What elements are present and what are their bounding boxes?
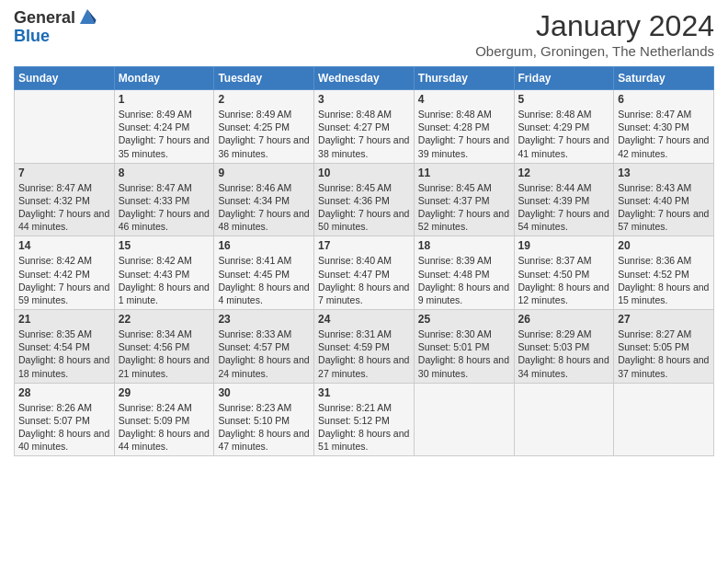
- day-number: 4: [418, 93, 510, 106]
- title-section: January 2024 Obergum, Groningen, The Net…: [475, 9, 714, 59]
- day-number: 14: [18, 239, 110, 252]
- calendar-cell-w4-d3: 31Sunrise: 8:21 AMSunset: 5:12 PMDayligh…: [314, 383, 415, 456]
- day-info: Sunrise: 8:48 AMSunset: 4:27 PMDaylight:…: [318, 108, 410, 160]
- header-sunday: Sunday: [15, 67, 115, 90]
- calendar-cell-w1-d2: 9Sunrise: 8:46 AMSunset: 4:34 PMDaylight…: [214, 163, 314, 236]
- calendar-cell-w2-d1: 15Sunrise: 8:42 AMSunset: 4:43 PMDayligh…: [114, 236, 214, 310]
- calendar-table: Sunday Monday Tuesday Wednesday Thursday…: [14, 66, 714, 456]
- calendar-cell-w2-d5: 19Sunrise: 8:37 AMSunset: 4:50 PMDayligh…: [514, 236, 614, 310]
- day-number: 5: [518, 93, 610, 106]
- calendar-week-0: 1Sunrise: 8:49 AMSunset: 4:24 PMDaylight…: [15, 90, 714, 164]
- calendar-week-3: 21Sunrise: 8:35 AMSunset: 4:54 PMDayligh…: [15, 310, 714, 384]
- month-title: January 2024: [475, 9, 714, 43]
- day-number: 29: [119, 386, 210, 399]
- calendar-cell-w4-d2: 30Sunrise: 8:23 AMSunset: 5:10 PMDayligh…: [214, 383, 314, 456]
- day-info: Sunrise: 8:47 AMSunset: 4:30 PMDaylight:…: [618, 108, 710, 160]
- day-number: 7: [18, 167, 110, 179]
- day-number: 30: [218, 386, 310, 399]
- day-info: Sunrise: 8:35 AMSunset: 4:54 PMDaylight:…: [18, 327, 110, 380]
- day-info: Sunrise: 8:39 AMSunset: 4:48 PMDaylight:…: [418, 254, 510, 306]
- calendar-cell-w0-d5: 5Sunrise: 8:48 AMSunset: 4:29 PMDaylight…: [514, 90, 614, 164]
- header: General Blue January 2024 Obergum, Groni…: [14, 9, 714, 59]
- day-number: 15: [119, 239, 210, 252]
- day-number: 13: [618, 167, 710, 179]
- calendar-cell-w0-d3: 3Sunrise: 8:48 AMSunset: 4:27 PMDaylight…: [314, 90, 415, 164]
- day-number: 2: [218, 93, 310, 106]
- calendar-cell-w3-d6: 27Sunrise: 8:27 AMSunset: 5:05 PMDayligh…: [614, 310, 714, 384]
- calendar-cell-w3-d5: 26Sunrise: 8:29 AMSunset: 5:03 PMDayligh…: [514, 310, 614, 384]
- calendar-cell-w1-d6: 13Sunrise: 8:43 AMSunset: 4:40 PMDayligh…: [614, 163, 714, 236]
- header-saturday: Saturday: [614, 67, 714, 90]
- day-number: 20: [618, 239, 710, 252]
- day-info: Sunrise: 8:48 AMSunset: 4:29 PMDaylight:…: [518, 108, 610, 160]
- day-info: Sunrise: 8:43 AMSunset: 4:40 PMDaylight:…: [618, 181, 710, 234]
- calendar-week-2: 14Sunrise: 8:42 AMSunset: 4:42 PMDayligh…: [15, 236, 714, 310]
- header-monday: Monday: [114, 67, 214, 90]
- calendar-header-row: Sunday Monday Tuesday Wednesday Thursday…: [15, 67, 714, 90]
- main-container: General Blue January 2024 Obergum, Groni…: [0, 0, 728, 465]
- day-info: Sunrise: 8:44 AMSunset: 4:39 PMDaylight:…: [518, 181, 610, 234]
- day-number: 3: [318, 93, 410, 106]
- day-info: Sunrise: 8:48 AMSunset: 4:28 PMDaylight:…: [418, 108, 510, 160]
- calendar-cell-w2-d0: 14Sunrise: 8:42 AMSunset: 4:42 PMDayligh…: [15, 236, 115, 310]
- day-info: Sunrise: 8:45 AMSunset: 4:36 PMDaylight:…: [318, 181, 410, 234]
- day-number: 27: [618, 313, 710, 326]
- calendar-cell-w3-d1: 22Sunrise: 8:34 AMSunset: 4:56 PMDayligh…: [114, 310, 214, 384]
- calendar-cell-w0-d1: 1Sunrise: 8:49 AMSunset: 4:24 PMDaylight…: [114, 90, 214, 164]
- calendar-cell-w2-d4: 18Sunrise: 8:39 AMSunset: 4:48 PMDayligh…: [414, 236, 514, 310]
- calendar-cell-w4-d4: [414, 383, 514, 456]
- day-info: Sunrise: 8:29 AMSunset: 5:03 PMDaylight:…: [518, 327, 610, 380]
- calendar-cell-w1-d3: 10Sunrise: 8:45 AMSunset: 4:36 PMDayligh…: [314, 163, 415, 236]
- day-number: 23: [218, 313, 310, 326]
- day-number: 26: [518, 313, 610, 326]
- day-number: 17: [318, 239, 410, 252]
- calendar-week-1: 7Sunrise: 8:47 AMSunset: 4:32 PMDaylight…: [15, 163, 714, 236]
- day-number: 28: [18, 386, 110, 399]
- calendar-cell-w4-d0: 28Sunrise: 8:26 AMSunset: 5:07 PMDayligh…: [15, 383, 115, 456]
- logo-blue: Blue: [14, 27, 50, 45]
- calendar-cell-w3-d4: 25Sunrise: 8:30 AMSunset: 5:01 PMDayligh…: [414, 310, 514, 384]
- calendar-cell-w0-d0: [15, 90, 115, 164]
- calendar-cell-w3-d3: 24Sunrise: 8:31 AMSunset: 4:59 PMDayligh…: [314, 310, 415, 384]
- day-number: 12: [518, 167, 610, 179]
- calendar-cell-w0-d4: 4Sunrise: 8:48 AMSunset: 4:28 PMDaylight…: [414, 90, 514, 164]
- day-info: Sunrise: 8:40 AMSunset: 4:47 PMDaylight:…: [318, 254, 410, 306]
- calendar-cell-w2-d2: 16Sunrise: 8:41 AMSunset: 4:45 PMDayligh…: [214, 236, 314, 310]
- day-number: 8: [119, 167, 210, 179]
- day-info: Sunrise: 8:47 AMSunset: 4:32 PMDaylight:…: [18, 181, 110, 234]
- calendar-cell-w4-d5: [514, 383, 614, 456]
- day-number: 6: [618, 93, 710, 106]
- day-info: Sunrise: 8:49 AMSunset: 4:25 PMDaylight:…: [218, 108, 310, 160]
- day-info: Sunrise: 8:24 AMSunset: 5:09 PMDaylight:…: [119, 401, 210, 454]
- day-info: Sunrise: 8:27 AMSunset: 5:05 PMDaylight:…: [618, 327, 710, 380]
- day-number: 16: [218, 239, 310, 252]
- logo-icon: [77, 6, 97, 27]
- day-number: 24: [318, 313, 410, 326]
- calendar-cell-w1-d5: 12Sunrise: 8:44 AMSunset: 4:39 PMDayligh…: [514, 163, 614, 236]
- day-info: Sunrise: 8:37 AMSunset: 4:50 PMDaylight:…: [518, 254, 610, 306]
- day-info: Sunrise: 8:21 AMSunset: 5:12 PMDaylight:…: [318, 401, 410, 454]
- day-number: 25: [418, 313, 510, 326]
- logo: General Blue: [14, 9, 97, 46]
- calendar-cell-w4-d1: 29Sunrise: 8:24 AMSunset: 5:09 PMDayligh…: [114, 383, 214, 456]
- day-info: Sunrise: 8:30 AMSunset: 5:01 PMDaylight:…: [418, 327, 510, 380]
- calendar-cell-w3-d2: 23Sunrise: 8:33 AMSunset: 4:57 PMDayligh…: [214, 310, 314, 384]
- day-number: 1: [119, 93, 210, 106]
- calendar-cell-w0-d6: 6Sunrise: 8:47 AMSunset: 4:30 PMDaylight…: [614, 90, 714, 164]
- header-tuesday: Tuesday: [214, 67, 314, 90]
- calendar-cell-w1-d4: 11Sunrise: 8:45 AMSunset: 4:37 PMDayligh…: [414, 163, 514, 236]
- day-number: 21: [18, 313, 110, 326]
- day-info: Sunrise: 8:34 AMSunset: 4:56 PMDaylight:…: [119, 327, 210, 380]
- day-info: Sunrise: 8:33 AMSunset: 4:57 PMDaylight:…: [218, 327, 310, 380]
- day-number: 18: [418, 239, 510, 252]
- day-info: Sunrise: 8:49 AMSunset: 4:24 PMDaylight:…: [119, 108, 210, 160]
- day-info: Sunrise: 8:42 AMSunset: 4:42 PMDaylight:…: [18, 254, 110, 306]
- calendar-cell-w1-d1: 8Sunrise: 8:47 AMSunset: 4:33 PMDaylight…: [114, 163, 214, 236]
- calendar-cell-w2-d6: 20Sunrise: 8:36 AMSunset: 4:52 PMDayligh…: [614, 236, 714, 310]
- day-number: 19: [518, 239, 610, 252]
- calendar-cell-w4-d6: [614, 383, 714, 456]
- day-info: Sunrise: 8:47 AMSunset: 4:33 PMDaylight:…: [119, 181, 210, 234]
- day-number: 10: [318, 167, 410, 179]
- day-info: Sunrise: 8:46 AMSunset: 4:34 PMDaylight:…: [218, 181, 310, 234]
- calendar-cell-w1-d0: 7Sunrise: 8:47 AMSunset: 4:32 PMDaylight…: [15, 163, 115, 236]
